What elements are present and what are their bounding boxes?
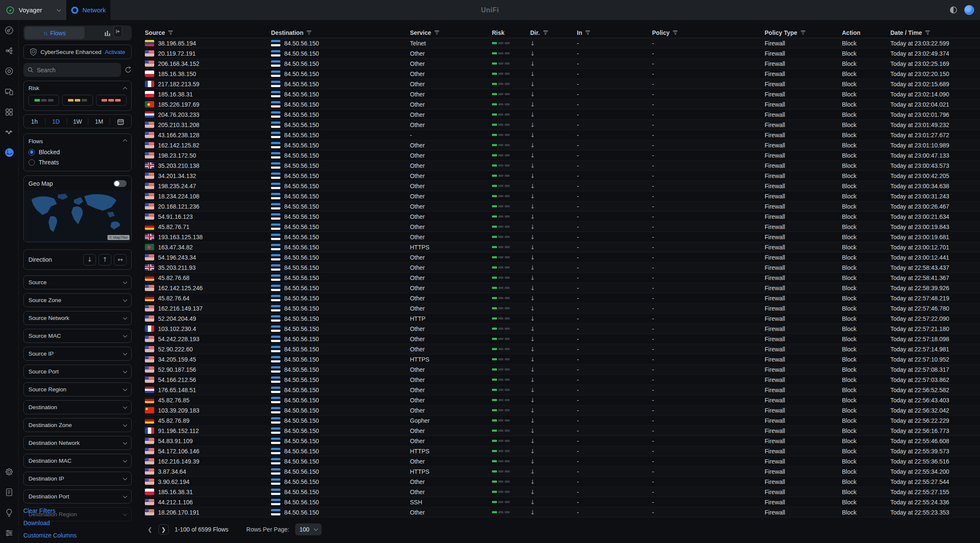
column-header-source[interactable]: Source [145,29,271,36]
table-row[interactable]: 162.216.149.39 84.50.56.150 Other ↓ - - … [145,456,980,467]
column-header-in[interactable]: In [577,29,652,36]
view-chart-button[interactable] [85,27,130,39]
nav-flows-icon-active[interactable] [0,142,19,163]
column-header-service[interactable]: Service [410,29,492,36]
table-row[interactable]: 54.196.243.34 84.50.56.150 Other ↓ - - F… [145,252,980,263]
geo-map-preview[interactable]: © MapTiler [24,190,131,242]
table-row[interactable]: 35.203.211.93 84.50.56.150 Other ↓ - - F… [145,263,980,273]
table-row[interactable]: 35.203.210.138 84.50.56.150 Other ↓ - - … [145,161,980,171]
table-row[interactable]: 3.87.34.64 84.50.56.150 HTTPS ↓ - - Fire… [145,467,980,477]
nav-advanced-icon[interactable] [0,523,19,543]
theme-toggle-icon[interactable] [949,6,957,14]
rows-per-page-select[interactable]: 100 [295,523,322,535]
time-range-1h[interactable]: 1h [24,118,45,125]
table-row[interactable]: 34.205.159.45 84.50.56.150 HTTPS ↓ - - F… [145,354,980,365]
table-row[interactable]: 3.90.62.194 84.50.56.150 Other ↓ - - Fir… [145,477,980,487]
filter-dropdown-source-mac[interactable]: Source MAC [23,329,132,343]
filter-dropdown-source-port[interactable]: Source Port [23,365,132,379]
table-row[interactable]: 103.102.230.4 84.50.56.150 Other ↓ - - F… [145,324,980,334]
table-row[interactable]: 52.90.187.156 84.50.56.150 Other ↓ - - F… [145,365,980,375]
time-range-1m[interactable]: 1M [88,118,110,125]
refresh-icon[interactable] [124,66,132,74]
filter-dropdown-destination-zone[interactable]: Destination Zone [23,418,132,432]
table-row[interactable]: 162.216.149.137 84.50.56.150 Other ↓ - -… [145,303,980,314]
table-row[interactable]: 45.82.76.71 84.50.56.150 Other ↓ - - Fir… [145,222,980,232]
flows-option-threats[interactable]: Threats [28,159,127,166]
table-row[interactable]: 176.65.148.51 84.50.56.150 Other ↓ - - F… [145,385,980,395]
geo-map-toggle[interactable] [113,180,127,187]
table-row[interactable]: 54.91.16.123 84.50.56.150 Other ↓ - - Fi… [145,212,980,222]
table-row[interactable]: 198.23.172.50 84.50.56.150 Other ↓ - - F… [145,150,980,161]
table-row[interactable]: 18.234.224.108 84.50.56.150 Other ↓ - - … [145,191,980,201]
table-row[interactable]: 206.168.34.152 84.50.56.150 Other ↓ - - … [145,59,980,69]
table-row[interactable]: 52.204.204.49 84.50.56.150 HTTP ↓ - - Fi… [145,314,980,324]
direction-inbound-button[interactable]: ↓ [83,254,96,266]
time-range-1w[interactable]: 1W [67,118,88,125]
table-row[interactable]: 52.90.222.60 84.50.56.150 Other ↓ - - Fi… [145,344,980,354]
table-row[interactable]: 204.76.203.233 84.50.56.150 Other ↓ - - … [145,110,980,120]
column-header-policy-type[interactable]: Policy Type [765,29,842,36]
direction-outbound-button[interactable]: ↑ [99,254,111,266]
table-row[interactable]: 54.172.106.146 84.50.56.150 HTTPS ↓ - - … [145,446,980,456]
search-input[interactable] [37,67,117,74]
nav-dashboard-icon[interactable] [0,20,19,40]
collapse-sidebar-button[interactable] [113,25,122,37]
column-header-action[interactable]: Action [842,29,890,36]
account-avatar[interactable] [964,5,974,15]
table-row[interactable]: 43.166.238.128 84.50.56.150 - ↓ - - Fire… [145,130,980,140]
filter-dropdown-destination[interactable]: Destination [23,400,132,414]
column-header-date-time[interactable]: Date / Time [890,29,980,36]
table-row[interactable]: 163.47.34.82 84.50.56.150 HTTPS ↓ - - Fi… [145,242,980,252]
table-row[interactable]: 217.182.213.59 84.50.56.150 Other ↓ - - … [145,79,980,89]
nav-radios-icon[interactable] [0,122,19,142]
table-row[interactable]: 45.82.76.89 84.50.56.150 Gopher ↓ - - Fi… [145,416,980,426]
table-row[interactable]: 18.206.170.191 84.50.56.150 Other ↓ - - … [145,507,980,518]
table-row[interactable]: 198.235.24.47 84.50.56.150 Other ↓ - - F… [145,181,980,191]
table-row[interactable]: 162.142.125.82 84.50.56.150 Other ↓ - - … [145,140,980,150]
table-row[interactable]: 185.16.38.31 84.50.56.150 Other ↓ - - Fi… [145,89,980,99]
table-row[interactable]: 44.212.1.106 84.50.56.150 SSH ↓ - - Fire… [145,497,980,507]
table-row[interactable]: 20.168.121.236 84.50.56.150 Other ↓ - - … [145,201,980,212]
filter-dropdown-destination-port[interactable]: Destination Port [23,489,132,503]
column-header-policy[interactable]: Policy [652,29,765,36]
table-row[interactable]: 205.210.31.208 84.50.56.150 Other ↓ - - … [145,120,980,130]
table-row[interactable]: 45.82.76.64 84.50.56.150 Other ↓ - - Fir… [145,293,980,303]
collapse-flows-icon[interactable] [123,139,127,144]
table-row[interactable]: 54.166.212.56 84.50.56.150 Other ↓ - - F… [145,375,980,385]
calendar-icon[interactable] [110,118,131,125]
table-row[interactable]: 185.16.38.150 84.50.56.150 Other ↓ - - F… [145,69,980,79]
risk-medium-button[interactable] [62,95,93,106]
table-row[interactable]: 162.142.125.246 84.50.56.150 Other ↓ - -… [145,283,980,293]
filter-dropdown-destination-network[interactable]: Destination Network [23,436,132,450]
column-header-dir[interactable]: Dir. [530,29,577,36]
filter-dropdown-source-network[interactable]: Source Network [23,311,132,325]
table-row[interactable]: 185.226.197.69 84.50.56.150 Other ↓ - - … [145,99,980,110]
filter-dropdown-source[interactable]: Source [23,275,132,289]
time-range-1d[interactable]: 1D [45,118,67,125]
table-row[interactable]: 45.82.76.85 84.50.56.150 Other ↓ - - Fir… [145,395,980,405]
nav-unifi-devices-icon[interactable] [0,61,19,81]
nav-client-devices-icon[interactable] [0,81,19,102]
nav-topology-icon[interactable] [0,40,19,61]
nav-settings-icon[interactable] [0,461,19,482]
console-switcher[interactable]: Voyager [0,0,66,20]
collapse-risk-icon[interactable] [123,87,127,91]
table-row[interactable]: 185.16.38.31 84.50.56.150 Other ↓ - - Fi… [145,487,980,497]
table-row[interactable]: 45.82.76.68 84.50.56.150 Other ↓ - - Fir… [145,273,980,283]
next-page-button[interactable]: ❯ [158,524,169,535]
column-header-destination[interactable]: Destination [271,29,410,36]
filter-dropdown-source-ip[interactable]: Source IP [23,347,132,361]
filter-dropdown-source-region[interactable]: Source Region [23,382,132,396]
risk-low-button[interactable] [28,95,59,106]
filter-dropdown-source-zone[interactable]: Source Zone [23,293,132,307]
column-header-risk[interactable]: Risk [492,29,530,36]
flows-option-blocked[interactable]: Blocked [28,149,127,156]
direction-both-button[interactable]: ↔ [114,254,127,266]
cybersecure-activate-link[interactable]: Activate [105,49,125,55]
clear-filters-link[interactable]: Clear Filters [23,507,76,514]
tab-network[interactable]: Network [66,0,110,20]
search-box[interactable] [23,63,121,77]
table-row[interactable]: 38.196.85.194 84.50.56.150 Telnet ↓ - - … [145,38,980,48]
risk-high-button[interactable] [96,95,127,106]
prev-page-button[interactable]: ❮ [145,524,155,535]
